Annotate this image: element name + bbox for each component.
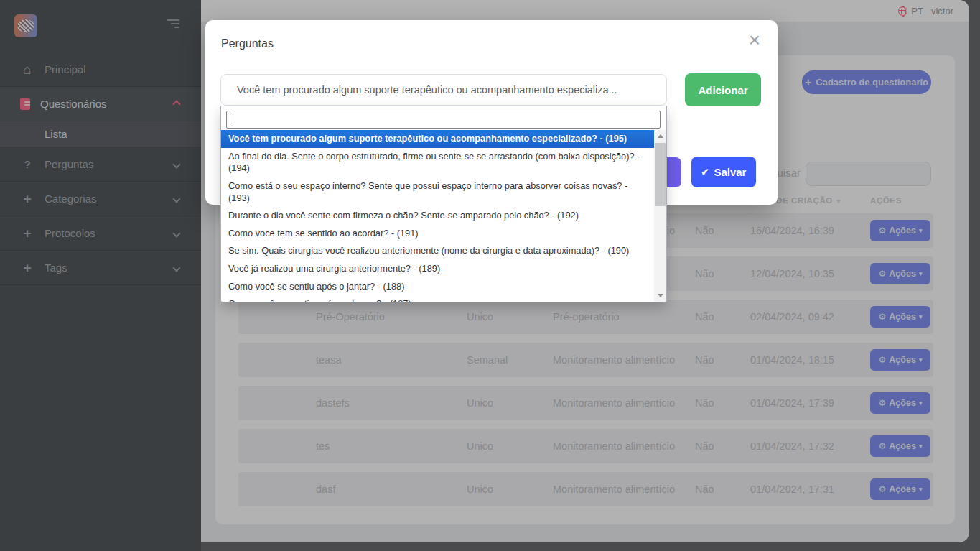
save-label: Salvar — [714, 166, 746, 178]
dropdown-option[interactable]: Como está o seu espaço interno? Sente qu… — [221, 177, 654, 207]
dropdown-option[interactable]: Você já realizou uma cirurgia anteriorme… — [221, 260, 654, 278]
dropdown-option[interactable]: Durante o dia você sente com firmeza o c… — [221, 207, 654, 225]
dropdown-scrollbar[interactable] — [654, 130, 666, 302]
dropdown-option[interactable]: Se sim. Quais cirurgias você realizou an… — [221, 242, 654, 260]
modal-title: Perguntas — [221, 37, 274, 50]
dropdown-option-list: Você tem procurado algum suporte terapêu… — [221, 130, 654, 302]
hidden-purple-button[interactable] — [667, 157, 681, 187]
question-select[interactable]: Você tem procurado algum suporte terapêu… — [220, 74, 667, 106]
save-button[interactable]: ✔ Salvar — [691, 157, 756, 187]
dropdown-search-input[interactable] — [226, 111, 661, 129]
dropdown-option[interactable]: Como você se sentiu após o jantar? - (18… — [221, 278, 654, 296]
dropdown-option[interactable]: Ao final do dia. Sente o corpo estrutura… — [221, 148, 654, 177]
scroll-up-icon[interactable] — [654, 130, 666, 142]
dropdown-option[interactable]: Como você se sentiu após o almoço? - (18… — [221, 295, 654, 302]
close-icon[interactable]: × — [749, 30, 760, 50]
add-button[interactable]: Adicionar — [685, 73, 761, 106]
app-stage: Principal Questionários Lista — [0, 0, 980, 551]
question-dropdown-panel: Você tem procurado algum suporte terapêu… — [220, 106, 667, 302]
dropdown-option[interactable]: Você tem procurado algum suporte terapêu… — [221, 130, 654, 148]
scroll-down-icon[interactable] — [654, 290, 666, 302]
dropdown-option[interactable]: Como voce tem se sentido ao acordar? - (… — [221, 225, 654, 243]
check-icon: ✔ — [701, 167, 709, 177]
dropdown-search-wrap — [226, 111, 661, 129]
scrollbar-thumb[interactable] — [655, 143, 666, 206]
text-caret — [230, 114, 230, 125]
